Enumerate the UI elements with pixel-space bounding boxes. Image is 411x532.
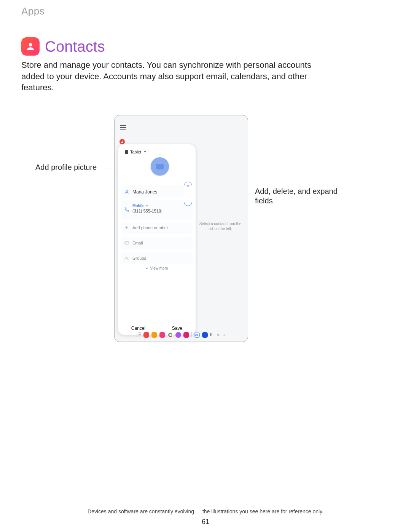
svg-rect-3 — [125, 242, 129, 244]
breadcrumb: Apps — [21, 5, 45, 17]
home-nav-icon[interactable]: ○ — [216, 332, 220, 338]
storage-selector[interactable]: Tablet — [125, 150, 147, 154]
back-nav-icon[interactable]: ‹ — [222, 332, 226, 338]
taskbar-separator — [191, 332, 192, 337]
name-value: Maria Jones — [132, 189, 157, 195]
taskbar-app-6[interactable] — [183, 332, 189, 338]
calendar-icon[interactable]: 21 — [194, 332, 200, 338]
chrome-icon[interactable] — [167, 332, 173, 338]
svg-point-5 — [127, 257, 128, 258]
chevron-down-icon[interactable] — [186, 184, 190, 188]
footer-note: Devices and software are constantly evol… — [0, 508, 411, 514]
tablet-illustration: Select a contact from the list on the le… — [114, 115, 248, 342]
contacts-app-icon — [21, 37, 40, 56]
person-icon — [25, 42, 35, 51]
right-pane-hint: Select a contact from the list on the le… — [197, 221, 244, 231]
plus-icon — [124, 225, 129, 230]
person-icon — [121, 140, 124, 143]
email-field[interactable]: Email — [121, 237, 193, 249]
callout-add-profile-picture: Add profile picture — [35, 163, 97, 172]
recents-nav-icon[interactable]: III — [210, 332, 214, 338]
remove-field-button[interactable]: – — [187, 198, 190, 203]
phone-field[interactable]: Mobile (311) 555-1510 — [121, 200, 193, 220]
groups-icon — [124, 256, 129, 261]
envelope-icon — [124, 240, 129, 246]
app-drawer-icon[interactable] — [137, 332, 141, 337]
phone-type-selector[interactable]: Mobile — [132, 204, 189, 208]
phone-number-value: (311) 555-1510 — [132, 209, 161, 213]
storage-label: Tablet — [130, 150, 141, 154]
page-description: Store and manage your contacts. You can … — [21, 59, 333, 93]
taskbar-app-5[interactable] — [175, 332, 181, 338]
taskbar-app-2[interactable] — [151, 332, 157, 338]
camera-icon — [156, 164, 164, 169]
text-cursor — [161, 209, 161, 214]
person-outline-icon — [124, 189, 129, 195]
taskbar: 21 III ○ ‹ — [115, 330, 248, 339]
field-controls-pill: – — [184, 182, 192, 206]
page-number: 61 — [0, 518, 411, 526]
settings-icon[interactable] — [202, 332, 208, 338]
svg-point-1 — [122, 141, 123, 142]
svg-point-4 — [126, 257, 127, 259]
callout-add-delete-expand: Add, delete, and expand fields — [255, 187, 339, 206]
taskbar-app-1[interactable] — [143, 332, 149, 338]
add-phone-number-button[interactable]: Add phone number — [121, 222, 193, 234]
name-field[interactable]: Maria Jones — [121, 185, 193, 198]
menu-icon[interactable] — [120, 125, 126, 130]
my-profile-icon[interactable] — [119, 139, 125, 144]
phone-icon — [124, 207, 129, 212]
groups-field[interactable]: Groups — [121, 252, 193, 264]
svg-point-0 — [29, 43, 32, 46]
chevron-down-icon — [145, 204, 148, 208]
svg-point-2 — [126, 190, 127, 192]
margin-rule — [18, 0, 18, 21]
page-title: Contacts — [45, 38, 105, 55]
view-more-button[interactable]: View more — [118, 266, 196, 270]
page-title-row: Contacts — [21, 37, 105, 56]
chevron-down-icon — [145, 267, 148, 270]
tablet-icon — [125, 150, 128, 154]
chevron-down-icon — [143, 150, 147, 153]
taskbar-app-3[interactable] — [159, 332, 165, 338]
edit-contact-card: Tablet Maria Jones Mobile (311) 555-1510… — [118, 144, 196, 335]
add-profile-picture-button[interactable] — [151, 157, 169, 176]
